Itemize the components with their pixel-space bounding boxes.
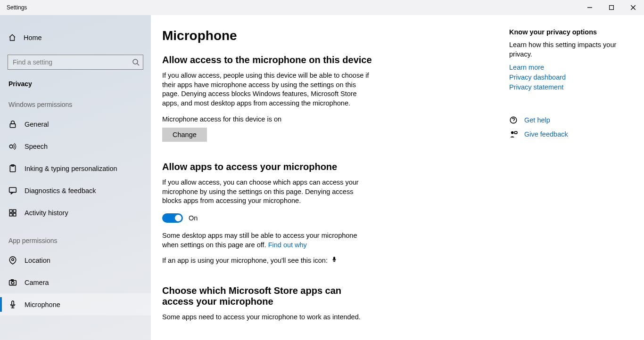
feedback-icon [8, 186, 17, 195]
section-store-apps-title: Choose which Microsoft Store apps can ac… [162, 285, 370, 307]
sidebar-item-label: Activity history [25, 209, 68, 217]
sidebar-item-camera[interactable]: Camera [0, 271, 151, 293]
svg-rect-14 [13, 213, 16, 216]
search-input[interactable] [8, 55, 143, 70]
microphone-icon [8, 300, 17, 309]
app-access-toggle[interactable] [162, 213, 183, 223]
history-icon [8, 209, 17, 217]
section-device-access-desc: If you allow access, people using this d… [162, 71, 370, 108]
sidebar-item-location[interactable]: Location [0, 249, 151, 271]
main-content: Microphone Allow access to the microphon… [151, 15, 509, 340]
svg-rect-12 [13, 210, 16, 212]
device-access-status: Microphone access for this device is on [162, 115, 498, 123]
window-title: Settings [0, 4, 27, 11]
find-out-why-link[interactable]: Find out why [268, 241, 307, 249]
section-store-apps-desc: Some apps need to access your microphone… [162, 313, 370, 322]
titlebar: Settings [0, 0, 644, 15]
svg-rect-1 [610, 6, 614, 10]
section-app-access-desc: If you allow access, you can choose whic… [162, 178, 370, 206]
sidebar-item-label: Inking & typing personalization [25, 165, 117, 172]
sidebar-item-general[interactable]: General [0, 113, 151, 135]
home-icon [8, 34, 16, 41]
sidebar-item-label: General [25, 121, 49, 128]
sidebar-item-diagnostics[interactable]: Diagnostics & feedback [0, 179, 151, 202]
search-input-wrap [8, 55, 143, 70]
svg-rect-11 [9, 210, 12, 212]
svg-rect-13 [9, 213, 12, 216]
help-icon [509, 116, 518, 124]
feedback-person-icon [509, 130, 518, 138]
location-icon [8, 256, 17, 265]
svg-rect-10 [9, 187, 17, 192]
sidebar-item-label: Diagnostics & feedback [25, 187, 96, 194]
sidebar-item-label: Microphone [25, 301, 60, 308]
sidebar-item-speech[interactable]: Speech [0, 135, 151, 157]
speech-icon [8, 142, 17, 151]
page-title: Microphone [162, 28, 498, 43]
change-button[interactable]: Change [162, 128, 207, 142]
aside-link-privacy-statement[interactable]: Privacy statement [509, 82, 623, 92]
svg-point-15 [12, 259, 14, 261]
sidebar-category: Privacy [0, 70, 151, 88]
sidebar-home[interactable]: Home [0, 27, 151, 48]
aside-panel: Know your privacy options Learn how this… [509, 15, 635, 340]
sidebar-item-label: Speech [25, 143, 48, 150]
sidebar-item-activity[interactable]: Activity history [0, 202, 151, 224]
sidebar-item-label: Camera [25, 279, 49, 286]
sidebar: Home Privacy Windows permissions General… [0, 15, 151, 340]
svg-line-5 [137, 64, 139, 65]
svg-rect-6 [10, 123, 15, 127]
svg-point-4 [133, 59, 138, 64]
give-feedback-link[interactable]: Give feedback [524, 130, 568, 138]
desktop-apps-note: Some desktop apps may still be able to a… [162, 231, 370, 250]
section-device-access-title: Allow access to the microphone on this d… [162, 55, 498, 65]
sidebar-item-inking[interactable]: Inking & typing personalization [0, 157, 151, 179]
svg-rect-20 [334, 257, 335, 260]
search-icon [132, 58, 140, 66]
sidebar-item-microphone[interactable]: Microphone [0, 293, 151, 316]
section-app-access-title: Allow apps to access your microphone [162, 162, 498, 172]
mic-in-use-line: If an app is using your microphone, you'… [162, 256, 370, 266]
camera-icon [8, 278, 17, 287]
clipboard-icon [8, 164, 17, 173]
microphone-inline-icon [331, 256, 337, 266]
aside-link-learn-more[interactable]: Learn more [509, 63, 623, 73]
aside-title: Know your privacy options [509, 28, 623, 36]
aside-desc: Learn how this setting impacts your priv… [509, 40, 623, 59]
aside-link-privacy-dashboard[interactable]: Privacy dashboard [509, 73, 623, 82]
minimize-button[interactable] [579, 0, 601, 15]
lock-icon [8, 120, 17, 129]
svg-point-7 [9, 145, 13, 148]
toggle-state-label: On [189, 214, 198, 222]
svg-point-17 [11, 281, 14, 284]
svg-rect-19 [12, 301, 14, 305]
svg-point-22 [511, 131, 514, 134]
svg-rect-23 [514, 132, 517, 134]
sidebar-home-label: Home [24, 34, 42, 41]
close-button[interactable] [622, 0, 644, 15]
sidebar-group-windows: Windows permissions [0, 88, 151, 113]
sidebar-group-app: App permissions [0, 224, 151, 249]
get-help-link[interactable]: Get help [524, 116, 550, 124]
maximize-button[interactable] [601, 0, 622, 15]
sidebar-item-label: Location [25, 257, 50, 264]
